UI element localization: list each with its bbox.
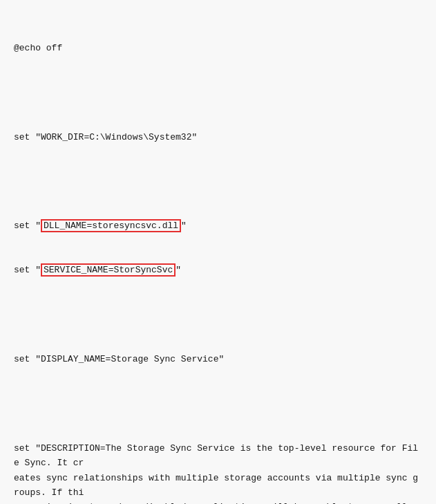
service-name-highlight: SERVICE_NAME=StorSyncSvc <box>41 263 176 277</box>
code-line-service: set "SERVICE_NAME=StorSyncSvc" <box>14 263 422 277</box>
empty-line <box>14 174 422 189</box>
code-line: set "WORK_DIR=C:\Windows\System32" <box>14 130 422 144</box>
dll-name-highlight: DLL_NAME=storesyncsvc.dll <box>41 219 181 232</box>
code-line: @echo off <box>14 41 422 55</box>
code-line-description: set "DESCRIPTION=The Storage Sync Servic… <box>14 441 422 504</box>
code-line-dll: set "DLL_NAME=storesyncsvc.dll" <box>14 218 422 233</box>
empty-line <box>14 308 422 322</box>
code-line: set "DISPLAY_NAME=Storage Sync Service" <box>14 352 422 366</box>
empty-line <box>14 85 422 100</box>
empty-line <box>14 396 422 411</box>
code-block: @echo off set "WORK_DIR=C:\Windows\Syste… <box>0 0 436 504</box>
